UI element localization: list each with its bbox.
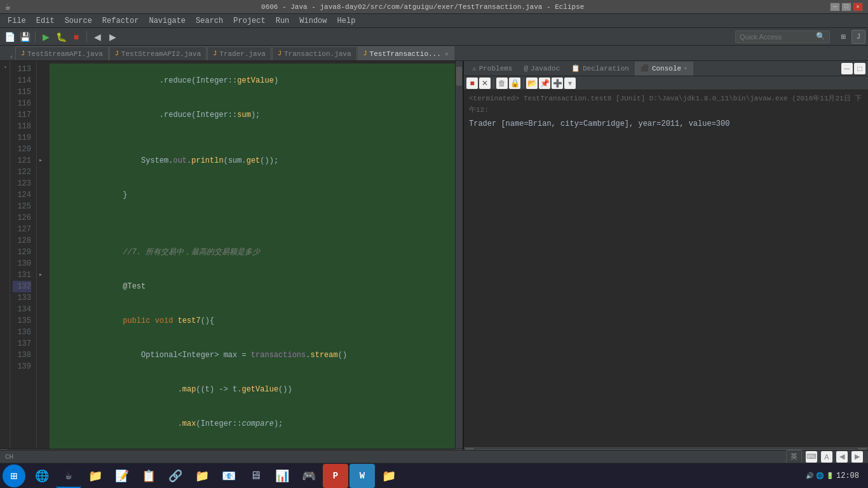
lang-ch: CH <box>5 453 13 461</box>
code-line-120: //7. 所有交易中，最高的交易额是多少 <box>50 235 455 269</box>
taskbar-item6[interactable]: 🔗 <box>163 464 188 488</box>
tab-console[interactable]: ⬛ Console ✕ <box>635 62 693 76</box>
tray-icon1[interactable]: 🔊 <box>806 472 813 480</box>
search-bar[interactable]: 🔍 <box>735 30 830 43</box>
debug-button[interactable]: 🐛 <box>54 30 68 44</box>
line-numbers: 113 114 115 116 117 118 119 120 121 122 … <box>10 61 37 449</box>
console-toolbar: ■ ✕ 🗑 🔒 📂 📌 ➕ ▾ <box>464 76 868 90</box>
console-output-area: <terminated> TestTransaction.test8 [JUni… <box>464 90 868 446</box>
font-button[interactable]: A <box>821 451 832 463</box>
editor-tab-bar: ⚡ J TestStreamAPI.java J TestStreamAPI2.… <box>0 46 868 61</box>
menu-source[interactable]: Source <box>60 15 97 27</box>
menu-project[interactable]: Project <box>228 15 270 27</box>
menu-file[interactable]: File <box>3 15 31 27</box>
minimize-panel-button[interactable]: ─ <box>841 63 853 74</box>
code-line-116: System.out.println(sum.get()); <box>50 144 455 178</box>
run-button[interactable]: ▶ <box>39 30 53 44</box>
fold-marker-131[interactable]: ▸ <box>37 269 44 281</box>
remove-launch-button[interactable]: ✕ <box>479 78 491 89</box>
code-editor: ✦ 113 114 115 116 117 118 119 120 121 12… <box>0 61 464 456</box>
new-console-button[interactable]: ➕ <box>552 78 563 89</box>
tab-teststream1[interactable]: J TestStreamAPI.java <box>15 46 109 60</box>
close-button[interactable]: ✕ <box>853 3 863 11</box>
code-vscroll[interactable] <box>455 61 463 449</box>
taskbar-screen[interactable]: 🖥 <box>243 464 268 488</box>
console-output-text: Trader [name=Brian, city=Cambridge], yea… <box>469 118 863 130</box>
open-console-button[interactable]: 📂 <box>526 78 538 89</box>
left-panel-icon[interactable]: ✦ <box>2 64 8 70</box>
scroll-lock-button[interactable]: 🔒 <box>509 78 520 89</box>
taskbar-game[interactable]: 🎮 <box>296 464 322 488</box>
declaration-icon: 📋 <box>571 64 580 72</box>
search-icon: 🔍 <box>816 32 825 41</box>
code-line-125: .max(Integer::compare); <box>50 407 455 441</box>
tab-javadoc[interactable]: @ Javadoc <box>518 62 566 76</box>
back-button[interactable]: ◀ <box>90 30 104 44</box>
maximize-panel-button[interactable]: □ <box>854 63 865 74</box>
new-button[interactable]: 📄 <box>3 30 17 44</box>
save-button[interactable]: 💾 <box>18 30 32 44</box>
console-close-icon[interactable]: ✕ <box>684 65 687 72</box>
code-line-114: .reduce(Integer::sum); <box>50 98 455 132</box>
code-line-119 <box>50 224 455 235</box>
taskbar-eclipse[interactable]: ☕ <box>56 464 81 488</box>
zoom-in-button[interactable]: ▶ <box>851 451 863 463</box>
right-panel: ⚠ Problems @ Javadoc 📋 Declaration ⬛ Con… <box>464 61 868 456</box>
system-tray: 🔊 🌐 🔋 <box>806 472 834 480</box>
minimize-button[interactable]: ─ <box>830 3 840 11</box>
taskbar-folder1[interactable]: 📁 <box>83 464 108 488</box>
taskbar-chart[interactable]: 📊 <box>269 464 295 488</box>
tray-icon2[interactable]: 🌐 <box>816 472 824 480</box>
fold-marker-121[interactable]: ▸ <box>37 155 44 166</box>
show-desktop-button[interactable] <box>862 464 865 487</box>
annotation-bar: ▸ ▸ <box>37 61 44 449</box>
zoom-out-button[interactable]: ◀ <box>836 451 848 463</box>
taskbar-folder2[interactable]: 📁 <box>189 464 215 488</box>
menu-refactor[interactable]: Refactor <box>97 15 144 27</box>
menu-run[interactable]: Run <box>271 15 295 27</box>
taskbar: ⊞ 🌐 ☕ 📁 📝 📋 🔗 📁 📧 🖥 📊 🎮 P W 📁 🔊 🌐 🔋 12:0… <box>0 463 868 488</box>
tab-testtransaction[interactable]: J TestTransactio... ✕ <box>358 46 454 60</box>
menu-window[interactable]: Window <box>294 15 332 27</box>
menu-search[interactable]: Search <box>191 15 228 27</box>
taskbar-folder3[interactable]: 📁 <box>376 464 402 488</box>
toolbar: 📄 💾 ▶ 🐛 ■ ◀ ▶ 🔍 ⊞ J <box>0 28 868 46</box>
javadoc-icon: @ <box>524 65 528 72</box>
tab-teststream2[interactable]: J TestStreamAPI2.java <box>109 46 207 60</box>
clear-console-button[interactable]: 🗑 <box>496 78 508 89</box>
taskbar-word[interactable]: W <box>349 464 375 488</box>
keyboard-layout-button[interactable]: ⌨ <box>806 451 817 463</box>
taskbar-ie[interactable]: 🌐 <box>29 464 55 488</box>
perspective-java[interactable]: J <box>851 30 865 44</box>
time-display: 12:08 <box>836 471 859 480</box>
taskbar-item5[interactable]: 📋 <box>136 464 161 488</box>
start-button[interactable]: ⊞ <box>3 464 25 487</box>
taskbar-ppt[interactable]: P <box>323 464 348 488</box>
perspective-button[interactable]: ⊞ <box>836 30 850 44</box>
forward-button[interactable]: ▶ <box>105 30 119 44</box>
quick-access-input[interactable] <box>740 33 816 41</box>
title-bar: ☕ 0606 - Java - java8-day02/src/com/atgu… <box>0 0 868 14</box>
maximize-button[interactable]: □ <box>841 3 851 11</box>
pin-console-button[interactable]: 📌 <box>539 78 550 89</box>
taskbar-mail[interactable]: 📧 <box>216 464 241 488</box>
clock[interactable]: 12:08 <box>836 471 859 480</box>
console-dropdown-button[interactable]: ▾ <box>564 78 576 89</box>
tab-declaration[interactable]: 📋 Declaration <box>566 62 635 76</box>
tab-transaction[interactable]: J Transaction.java <box>272 46 357 60</box>
taskbar-right: 🔊 🌐 🔋 12:08 <box>806 464 865 487</box>
stop-button[interactable]: ■ <box>69 30 83 44</box>
code-line-123: Optional<Integer> max = transactions.str… <box>50 338 455 372</box>
tab-close-icon[interactable]: ✕ <box>445 50 449 58</box>
tab-trader[interactable]: J Trader.java <box>207 46 271 60</box>
console-icon: ⬛ <box>641 64 649 72</box>
menu-edit[interactable]: Edit <box>31 15 60 27</box>
tab-problems[interactable]: ⚠ Problems <box>466 62 518 76</box>
terminate-button[interactable]: ■ <box>466 78 478 89</box>
status-bar: CH 英 ⌨ A ◀ ▶ <box>0 450 868 463</box>
window-controls[interactable]: ─ □ ✕ <box>830 3 863 11</box>
taskbar-item4[interactable]: 📝 <box>109 464 135 488</box>
tray-icon3[interactable]: 🔋 <box>826 472 834 480</box>
menu-help[interactable]: Help <box>332 15 361 27</box>
menu-navigate[interactable]: Navigate <box>144 15 191 27</box>
